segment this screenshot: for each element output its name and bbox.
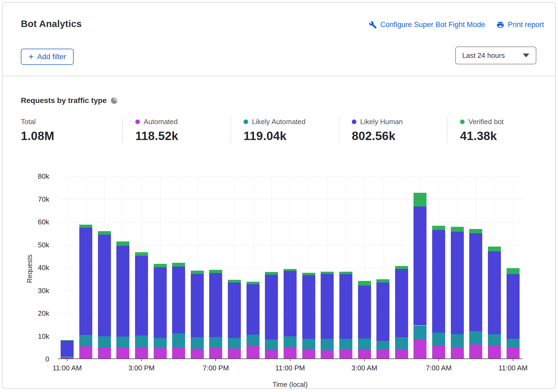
x-axis-tick-label: 3:00 AM [352,364,377,372]
bar-segment-verified-bot [302,273,315,275]
bar-segment-verified-bot [339,272,352,274]
x-axis-tick [67,358,67,361]
bar-segment-likely-automated [154,338,167,348]
analytics-card: Bot Analytics Configure Super Bot Fight … [2,2,556,389]
bar-segment-automated [154,348,167,358]
bar-segment-likely-automated [61,356,74,358]
bar-segment-verified-bot [247,282,260,284]
x-axis-tick [141,358,142,361]
chart-bar[interactable] [191,271,204,358]
bar-segment-likely-human [265,275,278,340]
bar-segment-likely-automated [413,325,426,340]
bar-segment-verified-bot [321,272,334,274]
chart-bar[interactable] [302,273,315,358]
bar-segment-verified-bot [135,252,148,256]
bar-segment-automated [321,350,334,358]
bar-segment-likely-human [135,256,148,335]
bar-segment-likely-automated [339,339,352,350]
chart-bar[interactable] [116,241,129,358]
chart-bar[interactable] [358,281,371,358]
bar-segment-likely-human [247,284,260,335]
bar-segment-verified-bot [61,340,74,341]
y-axis-tick-label: 50k [38,241,49,249]
bar-segment-verified-bot [265,272,278,275]
bar-segment-likely-human [154,267,167,338]
chart-bar[interactable] [284,269,297,358]
chart-bar[interactable] [432,226,445,358]
chart-bar[interactable] [469,229,482,358]
bar-segment-likely-human [172,267,185,333]
chart-bar[interactable] [172,263,185,358]
x-axis-tick-label: 7:00 PM [203,364,229,372]
chart-bar[interactable] [321,272,334,358]
x-axis-tick-label: 11:00 AM [498,364,528,372]
bar-segment-verified-bot [172,263,185,267]
bar-segment-likely-human [284,271,297,336]
bar-segment-likely-human [302,275,315,338]
likely-human-legend-dot [352,119,356,124]
chart-bar[interactable] [451,227,464,358]
bar-segment-verified-bot [413,193,426,207]
bar-segment-likely-automated [469,331,482,344]
bar-segment-automated [507,347,520,358]
stat-verified-bot-value: 41.38k [460,129,544,143]
bar-segment-automated [191,349,204,358]
bar-segment-likely-human [228,283,241,338]
time-range-value: Last 24 hours [462,51,505,60]
time-range-select[interactable]: Last 24 hours [455,46,536,64]
bar-segment-likely-automated [451,334,464,347]
y-axis-tick-label: 0 [45,355,49,363]
bar-segment-likely-human [79,228,92,335]
bar-segment-likely-human [507,274,520,338]
chart-bar[interactable] [376,279,389,358]
bar-segment-likely-automated [172,333,185,347]
chart-bar[interactable] [135,252,148,358]
bar-segment-automated [358,349,371,358]
chart-bar[interactable] [395,266,408,358]
x-axis-tick [215,358,216,361]
add-filter-button[interactable]: + Add filter [21,49,74,65]
chart-bar[interactable] [228,280,241,358]
section-title-row: Requests by traffic type [21,96,117,105]
stat-automated-label: Automated [144,118,178,126]
chart-bar[interactable] [79,225,92,358]
verified-bot-legend-dot [460,119,465,124]
bar-segment-likely-human [395,269,408,337]
bar-segment-likely-human [469,233,482,331]
bar-segment-likely-human [413,207,426,325]
configure-link-label: Configure Super Bot Fight Mode [380,21,485,29]
stat-likely-human-label: Likely Human [360,118,403,126]
stat-likely-automated: Likely Automated 119.04k [231,117,339,143]
bar-segment-verified-bot [79,225,92,228]
bar-segment-automated [376,350,389,358]
configure-super-bot-fight-mode-link[interactable]: Configure Super Bot Fight Mode [369,21,485,29]
chart-bar[interactable] [339,272,352,358]
chart-bar[interactable] [209,270,222,358]
x-axis-tick-label: 7:00 AM [426,364,451,372]
bar-segment-likely-automated [247,335,260,346]
chart-bar[interactable] [247,282,260,358]
bar-segment-likely-automated [209,337,222,348]
chart-bar[interactable] [265,272,278,358]
chart-bar[interactable] [488,247,501,358]
bar-segment-verified-bot [284,269,297,271]
bar-segment-likely-automated [191,337,204,348]
y-axis-tick-label: 30k [38,286,49,295]
wrench-icon [369,21,377,29]
bar-segment-likely-automated [488,334,501,346]
chart-bar[interactable] [61,340,74,358]
bar-segment-likely-human [116,246,129,337]
card-header: Bot Analytics Configure Super Bot Fight … [3,3,555,76]
bar-segment-automated [135,347,148,358]
bar-segment-automated [395,349,408,358]
chart-bar[interactable] [154,264,167,358]
bar-segment-automated [469,344,482,358]
bar-segment-verified-bot [469,229,482,233]
automated-legend-dot [135,119,140,124]
bot-analytics-page: Bot Analytics Configure Super Bot Fight … [0,0,558,392]
chart-bar[interactable] [507,268,520,358]
print-report-link[interactable]: Print report [496,21,544,29]
chart-bar[interactable] [413,193,426,358]
chart-bar[interactable] [98,231,111,359]
bar-segment-likely-automated [265,340,278,350]
